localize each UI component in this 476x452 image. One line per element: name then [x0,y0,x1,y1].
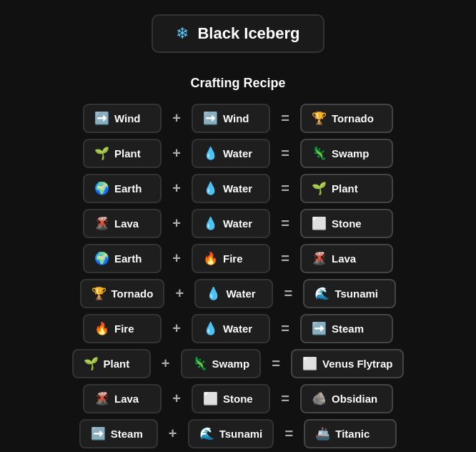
result-icon: ➡️ [312,321,327,336]
ing1-label: Tornado [111,288,154,300]
ing1-label: Lava [114,217,139,230]
equals-operator: = [279,250,292,267]
ingredient-2: 💧 Water [192,174,270,203]
ing1-icon: 🌋 [94,391,109,406]
result-label: Tornado [332,112,374,124]
result-label: Steam [332,323,364,335]
ing2-icon: 💧 [203,146,218,161]
result-icon: 🌋 [312,251,327,266]
result-label: Venus Flytrap [322,358,392,370]
ing1-icon: 🌍 [94,251,109,266]
recipe-row: 🌋 Lava + ⬜ Stone = 🪨 Obsidian [24,384,452,413]
result-item: 🌱 Plant [300,174,393,203]
result-icon: ⬜ [312,216,327,231]
ing1-icon: 🌋 [94,216,109,231]
ingredient-2: 🦎 Swamp [181,349,262,378]
result-label: Plant [332,182,358,195]
equals-operator: = [282,426,295,442]
ingredient-2: 💧 Water [192,209,270,238]
result-icon: 🦎 [312,146,327,161]
ing2-icon: ➡️ [203,111,218,126]
ing1-icon: 🔥 [94,321,109,336]
equals-operator: = [269,355,282,372]
ing2-label: Water [223,323,252,335]
ingredient-2: 💧 Water [192,314,270,343]
result-label: Obsidian [332,393,377,405]
ing2-label: Fire [223,252,243,265]
result-item: 🦎 Swamp [300,139,393,168]
recipe-row: 🌱 Plant + 💧 Water = 🦎 Swamp [24,139,452,168]
ing1-icon: ➡️ [91,426,106,441]
recipe-row: 🌋 Lava + 💧 Water = ⬜ Stone [24,209,452,238]
ing1-icon: 🌱 [84,356,99,371]
ing1-icon: ➡️ [94,111,109,126]
plus-operator: + [167,426,179,442]
plus-operator: + [170,145,183,162]
ing2-label: Water [223,147,252,159]
section-label: Crafting Recipe [190,76,285,91]
equals-operator: = [279,320,292,337]
recipe-row: 🌍 Earth + 💧 Water = 🌱 Plant [24,174,452,203]
result-item: 🏆 Tornado [300,104,393,133]
ingredient-1: 🌋 Lava [83,209,162,238]
ingredient-1: ➡️ Steam [79,419,158,448]
plus-operator: + [173,285,186,302]
ing2-label: Water [226,288,255,300]
ing2-label: Tsunami [219,428,263,440]
ing1-label: Plant [114,147,141,159]
ingredient-1: 🌱 Plant [72,349,151,378]
result-icon: 🚢 [315,426,330,441]
equals-operator: = [279,145,292,162]
plus-operator: + [170,320,183,337]
ing2-icon: 🌊 [199,426,214,441]
ing2-label: Water [223,217,252,230]
ing2-label: Water [223,182,252,195]
plus-operator: + [170,215,183,232]
result-label: Stone [332,217,362,230]
equals-operator: = [282,285,294,302]
ing1-icon: 🌱 [94,146,109,161]
result-item: 🚢 Titanic [304,419,397,448]
equals-operator: = [279,180,292,197]
result-icon: ⬜ [302,356,317,371]
result-item: ⬜ Venus Flytrap [291,349,404,378]
snowflake-icon: ❄ [176,24,189,43]
ing1-label: Lava [114,393,139,405]
ingredient-2: 🌊 Tsunami [188,419,274,448]
ing2-label: Wind [223,112,249,124]
equals-operator: = [279,390,292,407]
ing1-label: Plant [104,358,130,370]
recipes-list: ➡️ Wind + ➡️ Wind = 🏆 Tornado 🌱 Plant + … [24,104,452,448]
ingredient-1: ➡️ Wind [83,104,162,133]
ing1-label: Earth [114,182,142,195]
app-title: Black Iceberg [197,24,299,43]
ingredient-1: 🔥 Fire [83,314,162,343]
plus-operator: + [170,180,183,197]
ingredient-2: 💧 Water [194,279,273,308]
ing2-icon: 💧 [206,286,221,301]
plus-operator: + [170,250,183,267]
ing2-icon: ⬜ [203,391,218,406]
ing2-icon: 🦎 [192,356,207,371]
recipe-row: ➡️ Steam + 🌊 Tsunami = 🚢 Titanic [24,419,452,448]
ing2-label: Stone [223,393,253,405]
ing2-icon: 💧 [203,181,218,196]
recipe-row: 🔥 Fire + 💧 Water = ➡️ Steam [24,314,452,343]
result-item: 🌋 Lava [300,244,393,273]
result-item: ⬜ Stone [300,209,393,238]
ing1-label: Earth [114,252,142,265]
recipe-row: 🏆 Tornado + 💧 Water = 🌊 Tsunami [24,279,452,308]
ing1-label: Fire [114,323,134,335]
ingredient-2: ➡️ Wind [192,104,270,133]
recipe-row: 🌱 Plant + 🦎 Swamp = ⬜ Venus Flytrap [24,349,452,378]
result-item: ➡️ Steam [300,314,393,343]
result-icon: 🌊 [314,286,329,301]
plus-operator: + [170,110,183,127]
title-bar: ❄ Black Iceberg [152,14,324,53]
equals-operator: = [279,110,292,127]
result-item: 🪨 Obsidian [300,384,393,413]
ingredient-1: 🌋 Lava [83,384,162,413]
recipe-row: 🌍 Earth + 🔥 Fire = 🌋 Lava [24,244,452,273]
ingredient-2: 💧 Water [192,139,270,168]
ingredient-1: 🏆 Tornado [80,279,165,308]
